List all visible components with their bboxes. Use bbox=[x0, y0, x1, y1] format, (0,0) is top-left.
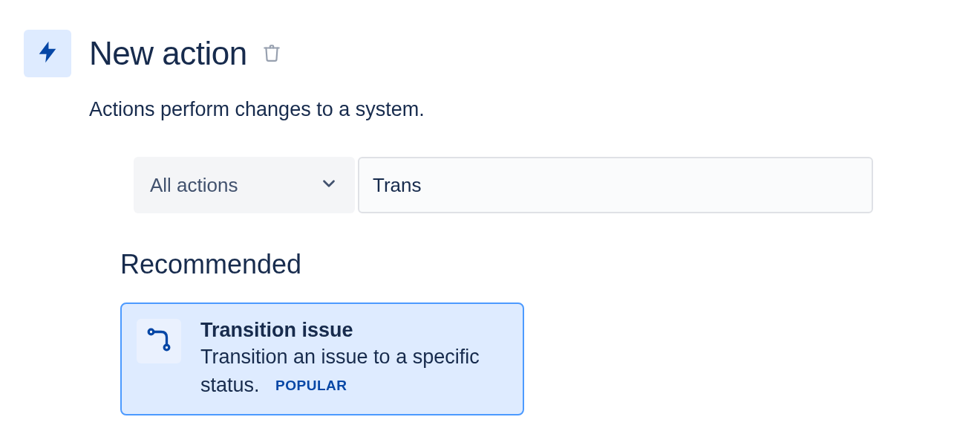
delete-button[interactable] bbox=[259, 40, 284, 68]
action-icon-box bbox=[24, 30, 71, 77]
card-icon-box bbox=[137, 319, 181, 363]
card-description: Transition an issue to a specific status… bbox=[200, 343, 508, 400]
trash-icon bbox=[262, 43, 281, 65]
action-card-transition-issue[interactable]: Transition issue Transition an issue to … bbox=[120, 302, 524, 416]
popular-badge: POPULAR bbox=[270, 373, 353, 399]
dropdown-label: All actions bbox=[150, 174, 238, 197]
card-title: Transition issue bbox=[200, 319, 508, 342]
page-subtitle: Actions perform changes to a system. bbox=[89, 98, 980, 121]
chevron-down-icon bbox=[319, 174, 339, 196]
page-title: New action bbox=[89, 35, 247, 72]
action-search-input[interactable] bbox=[358, 157, 873, 213]
transition-icon bbox=[146, 326, 172, 356]
action-category-dropdown[interactable]: All actions bbox=[134, 157, 355, 213]
lightning-icon bbox=[35, 39, 60, 68]
section-heading-recommended: Recommended bbox=[120, 249, 980, 280]
